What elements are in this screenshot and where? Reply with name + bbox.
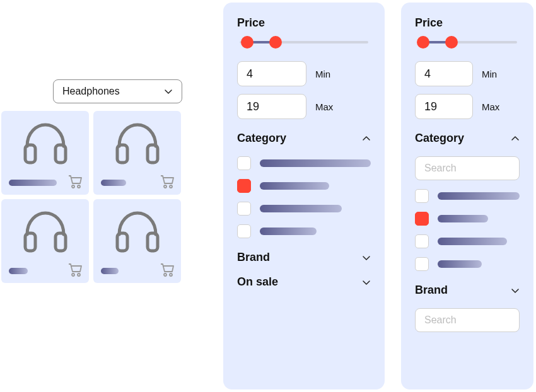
- product-card[interactable]: [93, 199, 181, 283]
- brand-section-label: Brand: [415, 284, 448, 297]
- chevron-down-icon: [511, 286, 520, 295]
- max-label: Max: [315, 101, 333, 112]
- price-section-label: Price: [237, 16, 371, 30]
- cart-icon[interactable]: [67, 263, 83, 277]
- cart-icon[interactable]: [160, 175, 175, 188]
- category-item[interactable]: [415, 234, 520, 248]
- svg-point-11: [78, 274, 80, 276]
- max-price-input[interactable]: 19: [237, 94, 306, 119]
- brand-section-header[interactable]: Brand: [415, 284, 520, 297]
- category-search-input[interactable]: Search: [415, 156, 520, 180]
- svg-point-3: [78, 185, 80, 188]
- product-title-placeholder: [9, 268, 28, 274]
- category-item[interactable]: [415, 257, 520, 271]
- category-item[interactable]: [237, 156, 371, 170]
- category-label-placeholder: [260, 182, 329, 190]
- min-price-input[interactable]: 4: [415, 61, 473, 86]
- category-section-header[interactable]: Category: [415, 132, 520, 145]
- svg-rect-5: [148, 145, 158, 163]
- dropdown-selected-text: Headphones: [62, 86, 120, 97]
- chevron-down-icon: [362, 278, 371, 287]
- category-label-placeholder: [260, 159, 371, 167]
- max-label: Max: [482, 101, 499, 112]
- svg-rect-8: [25, 233, 35, 251]
- onsale-section-header[interactable]: On sale: [237, 275, 371, 289]
- headphones-icon: [21, 121, 70, 165]
- svg-rect-12: [117, 233, 127, 251]
- cart-icon[interactable]: [160, 263, 175, 277]
- headphones-icon: [113, 209, 162, 253]
- checkbox[interactable]: [237, 179, 251, 193]
- category-dropdown[interactable]: Headphones: [53, 79, 182, 103]
- category-label-placeholder: [260, 205, 342, 212]
- cart-icon[interactable]: [67, 175, 83, 188]
- svg-point-7: [170, 185, 172, 188]
- product-card[interactable]: [93, 111, 181, 195]
- product-card[interactable]: [1, 111, 89, 195]
- category-label-placeholder: [438, 238, 507, 245]
- brand-section-header[interactable]: Brand: [237, 251, 371, 264]
- min-price-row: 4 Min: [237, 61, 371, 86]
- filter-panel: Price 4 Min 19 Max Category Brand: [223, 3, 385, 389]
- max-price-input[interactable]: 19: [415, 94, 473, 119]
- category-label-placeholder: [438, 260, 482, 268]
- product-grid: [1, 111, 181, 283]
- category-section-label: Category: [237, 132, 286, 145]
- brand-section-label: Brand: [237, 251, 270, 264]
- svg-rect-1: [55, 145, 66, 163]
- slider-handle-min[interactable]: [417, 36, 429, 49]
- svg-point-6: [164, 185, 166, 188]
- svg-rect-0: [25, 145, 35, 163]
- max-price-row: 19 Max: [237, 94, 371, 119]
- svg-point-15: [170, 274, 172, 276]
- svg-point-10: [72, 274, 74, 276]
- category-label-placeholder: [260, 228, 317, 235]
- slider-handle-max[interactable]: [269, 36, 282, 49]
- product-title-placeholder: [101, 268, 119, 274]
- price-range-slider[interactable]: [240, 37, 368, 47]
- category-item[interactable]: [237, 202, 371, 216]
- product-title-placeholder: [9, 180, 57, 186]
- checkbox[interactable]: [415, 212, 429, 226]
- category-label-placeholder: [438, 192, 520, 200]
- headphones-icon: [21, 209, 70, 253]
- price-section-label: Price: [415, 16, 520, 30]
- min-price-row: 4 Min: [415, 61, 520, 86]
- category-item[interactable]: [237, 224, 371, 238]
- min-label: Min: [315, 69, 330, 79]
- chevron-up-icon: [511, 134, 520, 143]
- min-price-input[interactable]: 4: [237, 61, 306, 86]
- svg-rect-9: [55, 233, 66, 251]
- checkbox[interactable]: [237, 202, 251, 216]
- category-item[interactable]: [415, 212, 520, 226]
- product-title-placeholder: [101, 180, 126, 186]
- svg-rect-4: [117, 145, 127, 163]
- max-price-row: 19 Max: [415, 94, 520, 119]
- brand-search-input[interactable]: Search: [415, 308, 520, 332]
- min-label: Min: [482, 69, 497, 79]
- headphones-icon: [113, 121, 162, 165]
- checkbox[interactable]: [415, 257, 429, 271]
- onsale-section-label: On sale: [237, 275, 278, 289]
- product-card[interactable]: [1, 199, 89, 283]
- checkbox[interactable]: [415, 189, 429, 203]
- category-item[interactable]: [237, 179, 371, 193]
- checkbox[interactable]: [237, 224, 251, 238]
- checkbox[interactable]: [237, 156, 251, 170]
- svg-point-14: [164, 274, 166, 276]
- category-item[interactable]: [415, 189, 520, 203]
- svg-rect-13: [148, 233, 158, 251]
- category-section-header[interactable]: Category: [237, 132, 371, 145]
- svg-point-2: [72, 185, 74, 188]
- category-section-label: Category: [415, 132, 464, 145]
- chevron-down-icon: [362, 253, 371, 262]
- slider-handle-min[interactable]: [241, 36, 253, 49]
- slider-handle-max[interactable]: [445, 36, 458, 49]
- filter-panel: Price 4 Min 19 Max Category Search Brand: [401, 3, 533, 389]
- checkbox[interactable]: [415, 234, 429, 248]
- chevron-down-icon: [164, 87, 173, 96]
- chevron-up-icon: [362, 134, 371, 143]
- price-range-slider[interactable]: [417, 37, 517, 47]
- category-label-placeholder: [438, 215, 488, 222]
